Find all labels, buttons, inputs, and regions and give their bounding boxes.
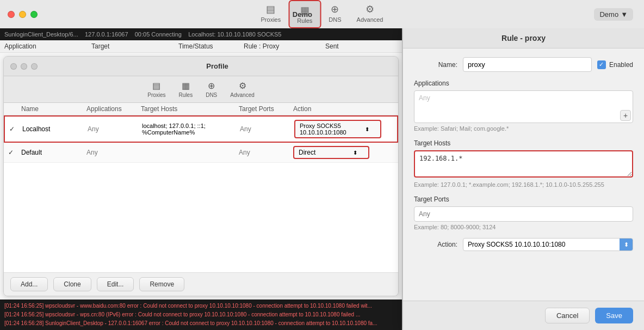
profile-title-bar: Profile	[4, 57, 398, 76]
name-input[interactable]	[463, 57, 592, 72]
dialog-body: Name: ✓ Enabled Applications Any + Examp…	[403, 48, 644, 301]
rule-ports-localhost: Any	[240, 125, 294, 133]
target-ports-section: Target Ports Example: 80; 8000-9000; 312…	[414, 195, 633, 230]
action-text-localhost: Proxy SOCKS5 10.10.10.10:1080	[300, 123, 363, 136]
close-button[interactable]	[8, 11, 15, 18]
name-label: Name:	[414, 61, 457, 69]
profile-proxies-icon: ▤	[152, 81, 160, 91]
toolbar-proxies[interactable]: ▤ Proxies	[253, 0, 289, 28]
rule-name-localhost: Localhost	[22, 125, 88, 133]
applications-example: Example: Safari; Mail; com.google.*	[414, 125, 633, 132]
error-line-2: [01:24 16:56:25] wpscloudsvr - wps.cn:80…	[4, 310, 398, 319]
fullscreen-button[interactable]	[30, 11, 38, 18]
profile-minimize[interactable]	[21, 63, 27, 70]
dialog-footer: Cancel Save	[403, 301, 644, 330]
name-row: Name: ✓ Enabled	[414, 57, 633, 72]
clone-button[interactable]: Clone	[53, 277, 91, 291]
rule-row-localhost[interactable]: ✓ Localhost Any localhost; 127.0.0.1; ::…	[4, 115, 398, 143]
rule-hosts-localhost: localhost; 127.0.0.1; ::1; %ComputerName…	[142, 123, 240, 136]
profile-fullscreen[interactable]	[31, 63, 38, 70]
profile-dns-label: DNS	[206, 92, 217, 98]
action-dropdown-wrapper[interactable]: Proxy SOCKS5 10.10.10.10:1080 ⬍	[463, 238, 633, 251]
dialog-title: Rule - proxy	[403, 28, 644, 48]
profile-close[interactable]	[10, 63, 17, 70]
applications-add-button[interactable]: +	[620, 110, 631, 121]
profile-window: Profile ▤ Proxies ▦ Rules ⊕ DNS ⚙ Advanc…	[3, 56, 399, 296]
profile-controls	[10, 63, 38, 70]
rh-action: Action	[293, 105, 380, 113]
action-select-text: Proxy SOCKS5 10.10.10.10:1080	[463, 239, 620, 250]
rule-ports-default: Any	[239, 149, 293, 156]
rules-icon: ▦	[300, 4, 309, 16]
applications-textarea[interactable]: Any	[414, 90, 633, 123]
applications-wrapper: Any +	[414, 90, 633, 123]
profile-title: Profile	[43, 62, 392, 70]
action-dropdown-localhost[interactable]: Proxy SOCKS5 10.10.10.10:1080 ⬍	[294, 120, 381, 138]
title-bar: Demo ▤ Proxies ▦ Rules ⊕ DNS ⚙ Advanced …	[0, 0, 644, 28]
profile-tb-proxies[interactable]: ▤ Proxies	[141, 78, 172, 100]
header-sent: Sent	[325, 42, 369, 50]
toolbar-advanced-label: Advanced	[357, 16, 383, 23]
rule-action-localhost[interactable]: Proxy SOCKS5 10.10.10.10:1080 ⬍	[294, 120, 381, 138]
log-target: 127.0.0.1:16067	[85, 31, 128, 38]
error-log: [01:24 16:56:25] wpscloudsvr - www.baidu…	[0, 300, 402, 330]
rule-row-default[interactable]: ✓ Default Any Any Direct ⬍	[4, 143, 398, 163]
header-time: Time/Status	[178, 42, 244, 50]
rule-check-localhost: ✓	[9, 125, 22, 133]
remove-button[interactable]: Remove	[139, 277, 184, 291]
toolbar-advanced[interactable]: ⚙ Advanced	[349, 0, 391, 28]
minimize-button[interactable]	[19, 11, 26, 18]
profile-tb-advanced[interactable]: ⚙ Advanced	[224, 78, 261, 100]
toolbar-rules-label: Rules	[297, 17, 312, 24]
enabled-label: Enabled	[609, 61, 633, 69]
profile-proxies-label: Proxies	[147, 92, 165, 98]
header-application: Application	[4, 42, 91, 50]
action-select-button[interactable]: ⬍	[620, 239, 633, 250]
header-rule: Rule : Proxy	[244, 42, 325, 50]
log-strip: SunloginClient_Desktop/6... 127.0.0.1:16…	[0, 28, 402, 40]
rule-name-default: Default	[21, 149, 86, 156]
enabled-checkbox[interactable]: ✓	[597, 60, 606, 69]
dropdown-arrow-default-icon: ⬍	[353, 150, 357, 156]
save-button[interactable]: Save	[595, 308, 633, 323]
toolbar-dns[interactable]: ⊕ DNS	[321, 0, 349, 28]
add-button[interactable]: Add...	[10, 277, 48, 291]
advanced-icon: ⚙	[366, 3, 374, 15]
rh-name: Name	[21, 105, 86, 113]
profile-tb-rules[interactable]: ▦ Rules	[172, 78, 200, 100]
action-row: Action: Proxy SOCKS5 10.10.10.10:1080 ⬍	[414, 238, 633, 251]
profile-advanced-label: Advanced	[230, 92, 254, 98]
applications-placeholder: Any	[419, 94, 430, 102]
error-line-1: [01:24 16:56:25] wpscloudsvr - www.baidu…	[4, 302, 398, 310]
rules-table: Name Applications Target Hosts Target Po…	[4, 103, 398, 272]
rules-table-header: Name Applications Target Hosts Target Po…	[4, 103, 398, 115]
profile-tb-dns[interactable]: ⊕ DNS	[199, 78, 224, 100]
profile-button[interactable]: Demo ▼	[594, 8, 633, 21]
profile-arrow-icon: ▼	[621, 10, 628, 19]
dns-icon: ⊕	[331, 3, 339, 15]
profile-label: Demo	[599, 10, 618, 19]
log-time: 00:05 Connecting	[135, 31, 182, 38]
target-hosts-example: Example: 127.0.0.1; *.example.com; 192.1…	[414, 181, 633, 188]
target-ports-input[interactable]	[414, 206, 633, 222]
left-panel: SunloginClient_Desktop/6... 127.0.0.1:16…	[0, 28, 403, 330]
target-ports-label: Target Ports	[414, 195, 633, 203]
main-toolbar: ▤ Proxies ▦ Rules ⊕ DNS ⚙ Advanced	[253, 0, 391, 28]
window-controls	[0, 11, 38, 18]
error-line-3: [01:24 16:56:28] SunloginClient_Desktop …	[4, 319, 398, 328]
proxies-icon: ▤	[266, 3, 275, 15]
rh-hosts: Target Hosts	[141, 105, 239, 113]
action-text-default: Direct	[299, 149, 315, 156]
action-dropdown-default[interactable]: Direct ⬍	[293, 146, 369, 159]
rule-action-default[interactable]: Direct ⬍	[293, 146, 380, 159]
main-table-headers: Application Target Time/Status Rule : Pr…	[0, 40, 402, 53]
enabled-row: ✓ Enabled	[597, 60, 633, 69]
target-hosts-input[interactable]	[414, 150, 633, 178]
rule-apps-default: Any	[86, 149, 141, 156]
edit-button[interactable]: Edit...	[97, 277, 134, 291]
dropdown-arrow-icon: ⬍	[365, 126, 369, 132]
cancel-button[interactable]: Cancel	[545, 308, 590, 323]
toolbar-rules[interactable]: ▦ Rules	[288, 0, 321, 28]
profile-advanced-icon: ⚙	[239, 81, 246, 91]
rule-dialog: Rule - proxy Name: ✓ Enabled Application…	[403, 28, 644, 330]
